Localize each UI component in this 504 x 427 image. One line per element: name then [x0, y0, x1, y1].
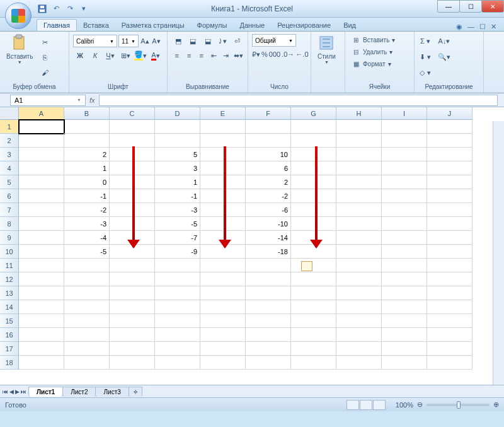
cell[interactable]	[382, 189, 427, 203]
cell[interactable]	[110, 259, 155, 272]
cell[interactable]	[19, 314, 64, 328]
cell[interactable]	[200, 161, 246, 175]
cell[interactable]: -9	[155, 245, 200, 259]
clear-icon[interactable]: ◇ ▾	[418, 66, 432, 79]
cell[interactable]	[336, 148, 382, 161]
cell[interactable]	[246, 314, 291, 328]
indent-inc-icon[interactable]: ⇥	[220, 49, 232, 62]
row-header[interactable]: 2	[0, 134, 19, 148]
cell[interactable]	[291, 203, 336, 217]
cell[interactable]	[291, 259, 336, 272]
cell[interactable]	[64, 300, 110, 314]
formula-input[interactable]	[99, 95, 498, 106]
cell[interactable]	[427, 356, 472, 370]
cell[interactable]	[19, 231, 64, 245]
sheet-tab-2[interactable]: Лист2	[62, 387, 96, 397]
cell[interactable]	[19, 300, 64, 314]
cell[interactable]	[382, 286, 427, 300]
view-pagelayout-icon[interactable]	[360, 400, 372, 410]
cell[interactable]	[336, 189, 382, 203]
cell[interactable]	[155, 259, 200, 272]
cell[interactable]: -3	[155, 203, 200, 217]
row-header[interactable]: 13	[0, 286, 19, 300]
column-header[interactable]: F	[246, 107, 291, 120]
cell[interactable]	[427, 231, 472, 245]
cell[interactable]: 2	[64, 148, 110, 161]
cell[interactable]	[200, 120, 246, 134]
cell[interactable]: 10	[246, 148, 291, 161]
cell[interactable]: -7	[155, 231, 200, 245]
cell[interactable]	[427, 314, 472, 328]
font-name-select[interactable]: Calibri▼	[73, 35, 117, 47]
row-header[interactable]: 18	[0, 356, 19, 370]
new-sheet-icon[interactable]: ✧	[129, 387, 142, 397]
border-icon[interactable]: ⊞▾	[118, 49, 132, 62]
cell[interactable]	[155, 120, 200, 134]
bold-icon[interactable]: Ж	[73, 49, 87, 62]
cell[interactable]	[291, 314, 336, 328]
cell[interactable]	[246, 286, 291, 300]
cell[interactable]	[427, 120, 472, 134]
find-select-icon[interactable]: 🔍▾	[435, 50, 454, 64]
cell[interactable]: -5	[155, 217, 200, 231]
cell[interactable]	[336, 161, 382, 175]
cell[interactable]	[246, 300, 291, 314]
close-workbook-icon[interactable]: ✕	[491, 23, 496, 31]
cell[interactable]	[64, 328, 110, 342]
cell[interactable]	[110, 300, 155, 314]
cell[interactable]	[382, 272, 427, 286]
tab-review[interactable]: Рецензирование	[271, 20, 337, 31]
cell[interactable]	[382, 245, 427, 259]
cell[interactable]	[382, 259, 427, 272]
cell[interactable]	[336, 356, 382, 370]
cell[interactable]	[427, 272, 472, 286]
tab-insert[interactable]: Вставка	[77, 20, 115, 31]
office-button[interactable]	[5, 3, 32, 29]
cell[interactable]	[427, 300, 472, 314]
view-normal-icon[interactable]	[346, 400, 359, 410]
cell[interactable]	[427, 189, 472, 203]
cell[interactable]	[291, 272, 336, 286]
cell[interactable]	[427, 245, 472, 259]
cell[interactable]	[200, 189, 246, 203]
tab-formulas[interactable]: Формулы	[191, 20, 234, 31]
underline-icon[interactable]: Ч▾	[103, 49, 117, 62]
cell[interactable]	[64, 120, 110, 134]
cell[interactable]	[200, 148, 246, 161]
cell[interactable]: 3	[155, 161, 200, 175]
row-header[interactable]: 11	[0, 259, 19, 272]
row-header[interactable]: 8	[0, 217, 19, 231]
cell[interactable]	[382, 217, 427, 231]
cell[interactable]	[200, 314, 246, 328]
shrink-font-icon[interactable]: A▾	[151, 34, 161, 48]
italic-icon[interactable]: К	[88, 49, 102, 62]
qat-more-icon[interactable]: ▾	[78, 3, 89, 15]
cell[interactable]	[110, 272, 155, 286]
redo-icon[interactable]: ↷	[64, 3, 76, 15]
cell[interactable]: -10	[246, 217, 291, 231]
cell[interactable]	[64, 259, 110, 272]
cell[interactable]	[336, 175, 382, 189]
cell[interactable]	[291, 120, 336, 134]
cell[interactable]	[246, 134, 291, 148]
cell[interactable]	[427, 342, 472, 356]
percent-icon[interactable]: %	[261, 47, 268, 61]
cell[interactable]	[110, 286, 155, 300]
cell[interactable]	[291, 189, 336, 203]
cell[interactable]	[200, 259, 246, 272]
cell[interactable]	[336, 342, 382, 356]
copy-icon[interactable]: ⎘	[38, 50, 52, 64]
sheet-nav-first-icon[interactable]: ⏮	[3, 389, 8, 395]
cell[interactable]	[246, 272, 291, 286]
row-header[interactable]: 4	[0, 161, 19, 175]
row-header[interactable]: 16	[0, 328, 19, 342]
save-icon[interactable]	[37, 3, 48, 15]
cell[interactable]	[19, 272, 64, 286]
worksheet-grid[interactable]: ABCDEFGHIJ 123456789101112131415161718 2…	[0, 107, 504, 385]
cells-format-button[interactable]: ▦Формат ▾	[349, 58, 410, 69]
sheet-tab-1[interactable]: Лист1	[28, 387, 63, 397]
font-size-select[interactable]: 11▼	[118, 35, 139, 47]
sheet-tab-3[interactable]: Лист3	[95, 387, 129, 397]
currency-icon[interactable]: ₽▾	[252, 47, 260, 61]
cell[interactable]	[110, 356, 155, 370]
